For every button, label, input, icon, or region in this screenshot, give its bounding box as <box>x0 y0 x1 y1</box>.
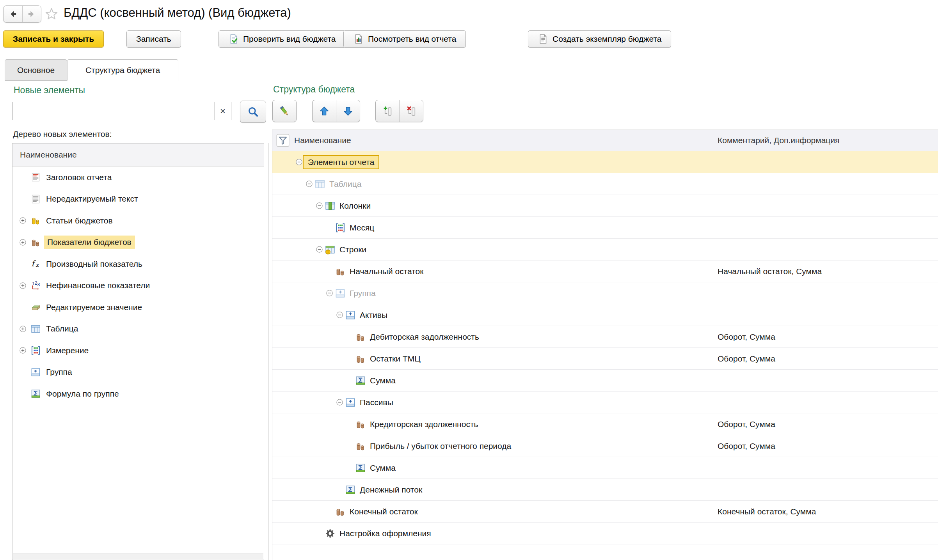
tab-main[interactable]: Основное <box>5 59 67 81</box>
structure-row[interactable]: Активы <box>272 304 938 326</box>
structure-row[interactable]: Прибыль / убыток отчетного периодаОборот… <box>272 435 938 457</box>
sigma-icon <box>355 463 366 473</box>
sigma-icon <box>355 375 366 386</box>
search-input[interactable] <box>12 102 214 120</box>
structure-row[interactable]: Настройка оформления <box>272 523 938 544</box>
back-button[interactable] <box>4 6 22 22</box>
left-tree-item[interactable]: Группа <box>12 362 264 383</box>
structure-row[interactable]: Группа <box>272 282 938 304</box>
structure-row-label: Месяц <box>350 223 374 232</box>
left-tree-header-label: Наименование <box>20 150 77 159</box>
numbers-icon: 123 <box>30 280 41 291</box>
structure-row[interactable]: Строки <box>272 239 938 261</box>
left-tree-item[interactable]: Измерение <box>12 340 264 362</box>
clear-search-button[interactable]: × <box>214 102 231 120</box>
expand-plus-icon[interactable] <box>19 238 30 246</box>
structure-row[interactable]: Элементы отчета <box>272 151 938 173</box>
table-icon <box>314 179 325 190</box>
collapse-minus-icon[interactable] <box>315 245 325 253</box>
structure-row-comment: Конечный остаток, Сумма <box>718 507 816 516</box>
column-comment-header[interactable]: Комментарий, Доп.информация <box>718 130 840 151</box>
svg-text:x: x <box>36 262 39 268</box>
dimension-icon <box>30 345 41 356</box>
collapse-minus-icon[interactable] <box>305 180 314 188</box>
left-tree-item[interactable]: Таблица <box>12 318 264 340</box>
left-tree-item[interactable]: Редактируемое значение <box>12 296 264 318</box>
move-up-button[interactable] <box>313 100 336 122</box>
structure-row-label: Начальный остаток <box>350 267 423 276</box>
check-budget-view-button[interactable]: Проверить вид бюджета <box>219 30 346 48</box>
left-tree-header[interactable]: Наименование <box>12 144 264 167</box>
expand-plus-icon[interactable] <box>19 346 30 354</box>
structure-row[interactable]: Месяц <box>272 217 938 239</box>
collapse-minus-icon[interactable] <box>336 311 345 319</box>
structure-row-label: Конечный остаток <box>350 507 418 516</box>
favorite-star-icon[interactable] <box>44 7 59 21</box>
left-tree-item[interactable]: Статьи бюджетов <box>12 210 264 232</box>
column-name-header[interactable]: Наименование <box>294 130 351 151</box>
expand-plus-icon[interactable] <box>19 282 30 290</box>
move-down-button[interactable] <box>336 100 360 122</box>
structure-row-label: Строки <box>339 245 366 254</box>
left-tree-item[interactable]: 123Нефинансовые показатели <box>12 275 264 297</box>
add-to-group-button[interactable] <box>376 100 399 122</box>
create-budget-instance-button[interactable]: Создать экземпляр бюджета <box>528 30 671 48</box>
expand-plus-icon[interactable] <box>19 325 30 333</box>
collapse-minus-icon[interactable] <box>325 289 335 297</box>
structure-row-comment: Оборот, Сумма <box>718 420 775 429</box>
expander-spacer <box>19 368 30 376</box>
structure-row[interactable]: Денежный поток <box>272 479 938 501</box>
edit-button[interactable] <box>273 100 296 122</box>
left-tree-item[interactable]: Формула по группе <box>12 383 264 405</box>
structure-row[interactable]: Колонки <box>272 195 938 217</box>
horizontal-scrollbar[interactable] <box>13 553 263 559</box>
structure-row-label: Сумма <box>370 376 396 385</box>
svg-text:3: 3 <box>37 282 40 287</box>
structure-row[interactable]: Сумма <box>272 370 938 392</box>
structure-row[interactable]: Начальный остатокНачальный остаток, Сумм… <box>272 261 938 282</box>
rows-icon <box>325 244 336 255</box>
expander-spacer <box>346 464 355 472</box>
structure-row[interactable]: Кредиторская здолженностьОборот, Сумма <box>272 413 938 435</box>
left-tree-item-label: Нередактируемый текст <box>46 194 138 204</box>
expander-spacer <box>19 390 30 398</box>
filter-funnel-icon[interactable] <box>276 133 290 147</box>
structure-row-label: Группа <box>350 289 376 298</box>
structure-row-comment: Оборот, Сумма <box>718 441 775 451</box>
structure-row[interactable]: Таблица <box>272 173 938 195</box>
save-and-close-button[interactable]: Записать и закрыть <box>3 30 104 48</box>
view-report-button[interactable]: Посмотреть вид отчета <box>343 30 466 48</box>
structure-row[interactable]: Конечный остатокКонечный остаток, Сумма <box>272 501 938 523</box>
panel-splitter[interactable] <box>268 143 269 560</box>
fx-icon: fx <box>30 259 41 269</box>
left-tree-item[interactable]: Показатели бюджетов <box>12 232 264 253</box>
search-button[interactable] <box>240 101 266 123</box>
structure-row[interactable]: Сумма <box>272 457 938 479</box>
close-icon: × <box>220 106 226 117</box>
collapse-minus-icon[interactable] <box>315 202 325 210</box>
left-tree-item[interactable]: Заголовок отчета <box>12 167 264 188</box>
structure-row[interactable]: Пассивы <box>272 392 938 413</box>
expand-plus-icon[interactable] <box>19 216 30 225</box>
left-tree-item[interactable]: fxПроизводный показатель <box>12 253 264 275</box>
remove-from-group-button[interactable] <box>399 100 423 122</box>
articles-icon <box>30 215 41 226</box>
structure-row[interactable]: Дебиторская задолженностьОборот, Сумма <box>272 326 938 348</box>
budget-structure-table: Наименование Комментарий, Доп.информация… <box>272 129 938 560</box>
collapse-minus-icon[interactable] <box>336 398 345 406</box>
budget-structure-title: Структура бюджета <box>273 84 355 95</box>
structure-row[interactable]: Остатки ТМЦОборот, Сумма <box>272 348 938 370</box>
pencil-icon <box>279 105 290 117</box>
save-button[interactable]: Записать <box>126 30 181 48</box>
arrow-down-icon <box>342 105 354 117</box>
structure-row-label: Настройка оформления <box>339 529 431 538</box>
dimension-icon <box>335 222 346 233</box>
forward-button[interactable] <box>22 6 41 22</box>
left-tree-item[interactable]: Нередактируемый текст <box>12 188 264 210</box>
structure-row-label: Денежный поток <box>360 485 422 494</box>
report-header-icon <box>30 172 41 183</box>
structure-row-comment: Оборот, Сумма <box>718 332 775 342</box>
tab-budget-structure[interactable]: Структура бюджета <box>67 59 178 81</box>
search-field: × <box>12 102 231 120</box>
expander-spacer <box>19 195 30 203</box>
